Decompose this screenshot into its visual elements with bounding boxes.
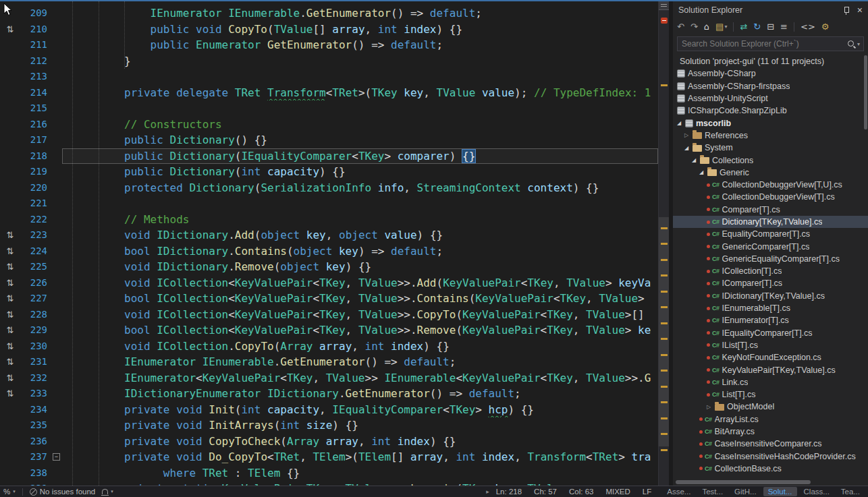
code-line[interactable]: public Dictionary(IEqualityComparer<TKey… (62, 148, 658, 165)
fold-collapse-marker[interactable]: − (53, 453, 60, 461)
tree-item[interactable]: Assembly-CSharp (673, 67, 868, 80)
code-line[interactable]: void ICollection<KeyValuePair<TKey, TVal… (62, 307, 658, 323)
code-line[interactable] (62, 69, 658, 85)
tree-item[interactable]: C#ICollection[T].cs (673, 265, 868, 277)
code-line[interactable]: bool ICollection<KeyValuePair<TKey, TVal… (62, 322, 658, 339)
code-line[interactable]: void ICollection.CopyTo(Array array, int… (62, 339, 658, 355)
glyph-cell[interactable] (0, 132, 20, 148)
scrollbar-thumb[interactable] (676, 480, 811, 484)
editor-vertical-scrollbar[interactable] (658, 1, 669, 486)
tree-item[interactable]: C#GenericComparer[T].cs (673, 240, 868, 252)
col-indicator[interactable]: Col: 63 (569, 488, 593, 496)
forward-icon[interactable]: ↷ (690, 22, 698, 32)
collapse-arrow-icon[interactable]: ◢ (684, 145, 693, 151)
code-line[interactable]: IEnumerator IEnumerable.GetEnumerator() … (62, 354, 658, 370)
indentation-indicator[interactable]: MIXED (605, 488, 630, 496)
code-line[interactable]: private delegate TRet Transform<TRet>(TK… (62, 85, 658, 101)
tree-item[interactable]: ◢Collections (673, 154, 868, 166)
search-icon[interactable] (847, 40, 856, 49)
code-line[interactable]: // Methods (62, 212, 658, 228)
implements-interface-glyph[interactable]: ⇅ (0, 322, 20, 339)
code-area[interactable]: IEnumerator IEnumerable.GetEnumerator() … (62, 1, 658, 486)
panel-title-bar[interactable]: Solution Explorer × (673, 1, 868, 19)
panel-tab-gith[interactable]: GitH... (730, 487, 761, 496)
tree-item[interactable]: ◢Generic (673, 167, 868, 179)
sync-with-active-document-icon[interactable]: ⇄ (740, 22, 747, 32)
issues-indicator[interactable]: No issues found (30, 488, 95, 496)
code-line[interactable]: public Dictionary() {} (62, 132, 658, 148)
switch-views-icon[interactable]: ▤▾ (715, 22, 727, 32)
glyph-cell[interactable] (0, 417, 20, 434)
search-options-caret[interactable]: ▾ (857, 41, 860, 47)
glyph-cell[interactable] (0, 196, 20, 212)
glyph-cell[interactable] (0, 100, 20, 117)
glyph-cell[interactable] (0, 465, 20, 481)
tree-item[interactable]: C#BitArray.cs (673, 426, 868, 438)
code-line[interactable]: public void CopyTo(TValue[] array, int i… (62, 22, 658, 38)
tree-item[interactable]: ◢System (673, 142, 868, 154)
tree-item[interactable]: Solution 'project-gui' (11 of 11 project… (673, 55, 868, 67)
implements-interface-glyph[interactable]: ⇅ (0, 22, 20, 38)
code-line[interactable]: void ICollection<KeyValuePair<TKey, TVal… (62, 275, 658, 291)
glyph-cell[interactable] (0, 85, 20, 101)
tree-vertical-scrollbar[interactable] (864, 55, 867, 129)
glyph-cell[interactable] (0, 402, 20, 418)
implements-interface-glyph[interactable]: ⇅ (0, 386, 20, 402)
code-line[interactable]: public Enumerator GetEnumerator() => def… (62, 37, 658, 53)
tree-item[interactable]: C#KeyNotFoundException.cs (673, 351, 868, 363)
search-input[interactable] (678, 39, 847, 49)
code-line[interactable]: protected Dictionary(SerializationInfo i… (62, 180, 658, 196)
tree-item[interactable]: ▷References (673, 129, 868, 142)
pin-icon[interactable] (842, 5, 850, 16)
tree-item[interactable]: ◢mscorlib (673, 117, 868, 129)
implements-interface-glyph[interactable]: ⇅ (0, 275, 20, 291)
tree-item[interactable]: Assembly-CSharp-firstpass (673, 80, 868, 92)
show-all-files-icon[interactable]: ≡ (780, 22, 788, 32)
tree-item[interactable]: C#EqualityComparer[T].cs (673, 228, 868, 240)
tree-item[interactable]: C#CollectionDebuggerView[T].cs (673, 191, 868, 203)
tree-item[interactable]: Assembly-UnityScript (673, 92, 868, 105)
tree-item[interactable]: C#Link.cs (673, 376, 868, 388)
glyph-cell[interactable] (0, 164, 20, 180)
tree-item[interactable]: C#CaseInsensitiveComparer.cs (673, 438, 868, 450)
tree-item[interactable]: C#IList[T].cs (673, 339, 868, 351)
glyph-cell[interactable] (0, 53, 20, 69)
implements-interface-glyph[interactable]: ⇅ (0, 291, 20, 307)
glyph-cell[interactable] (0, 180, 20, 196)
implements-interface-glyph[interactable]: ⇅ (0, 227, 20, 243)
implements-interface-glyph[interactable]: ⇅ (0, 259, 20, 275)
code-line[interactable]: void IDictionary.Add(object key, object … (62, 227, 658, 243)
back-icon[interactable]: ↶ (677, 22, 684, 32)
scrollbar-thumb[interactable] (659, 217, 669, 446)
code-line[interactable]: bool ICollection<KeyValuePair<TKey, TVal… (62, 291, 658, 307)
view-code-icon[interactable]: <> (801, 22, 815, 32)
tree-item[interactable]: C#CollectionDebuggerView[T,U].cs (673, 179, 868, 191)
search-box[interactable]: ▾ (677, 36, 864, 51)
collapse-arrow-icon[interactable]: ◢ (699, 169, 707, 175)
code-line[interactable]: where TRet : TElem {} (62, 465, 658, 481)
glyph-margin[interactable]: ⇅⇅⇅⇅⇅⇅⇅⇅⇅⇅⇅⇅ (0, 1, 20, 486)
line-ending-indicator[interactable]: LF (643, 488, 651, 496)
refresh-icon[interactable]: ↻ (753, 22, 761, 32)
folding-margin[interactable]: − (51, 1, 62, 486)
tree-item[interactable]: C#List[T].cs (673, 388, 868, 401)
tree-item[interactable]: C#IEnumerable[T].cs (673, 302, 868, 314)
glyph-cell[interactable] (0, 37, 20, 53)
tree-item[interactable]: C#CaseInsensitiveHashCodeProvider.cs (673, 450, 868, 463)
glyph-cell[interactable] (0, 117, 20, 133)
tree-item[interactable]: ICSharpCode.SharpZipLib (673, 105, 868, 117)
tree-item[interactable]: C#IComparer[T].cs (673, 277, 868, 289)
expand-arrow-icon[interactable]: ▷ (684, 132, 693, 138)
tree-item[interactable]: C#Dictionary[TKey,TValue].cs (673, 216, 868, 228)
collapse-arrow-icon[interactable]: ◢ (692, 157, 700, 163)
code-line[interactable]: private void InitArrays(int size) {} (62, 417, 658, 434)
tree-item[interactable]: C#GenericEqualityComparer[T].cs (673, 253, 868, 265)
code-line[interactable]: IDictionaryEnumerator IDictionary.GetEnu… (62, 386, 658, 402)
split-editor-handle[interactable] (659, 1, 669, 10)
implements-interface-glyph[interactable]: ⇅ (0, 354, 20, 370)
code-line[interactable]: private static KeyValuePair<TKey, TValue… (62, 481, 658, 486)
glyph-cell[interactable] (0, 69, 20, 85)
tree-item[interactable]: C#IEnumerator[T].cs (673, 314, 868, 326)
implements-interface-glyph[interactable]: ⇅ (0, 307, 20, 323)
glyph-cell[interactable] (0, 481, 20, 486)
